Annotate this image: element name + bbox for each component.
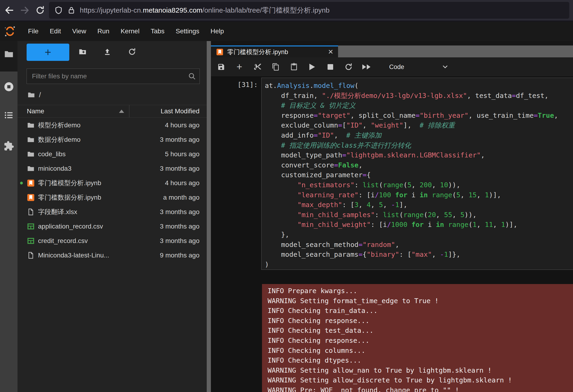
file-row[interactable]: 字段翻译.xlsx 3 months ago (18, 205, 207, 219)
folder-icon (27, 121, 35, 129)
file-browser-icon[interactable] (4, 49, 14, 59)
jupyter-logo (4, 25, 16, 37)
menu-run[interactable]: Run (92, 28, 115, 35)
close-icon[interactable]: ✕ (328, 48, 333, 56)
dock-top-strip (211, 41, 573, 46)
home-folder-icon[interactable] (27, 91, 35, 99)
tab-notebook[interactable]: 零门槛模型分析.ipynb ✕ (211, 46, 338, 57)
browser-chrome: https://jupyterlab-cn.metanoia8295.com/o… (0, 0, 573, 21)
file-modified: a month ago (163, 194, 199, 201)
copy-cells-button[interactable] (271, 63, 280, 71)
kernel-status-dot (20, 211, 23, 213)
browser-back-button[interactable] (3, 4, 15, 16)
kernel-running-dot (20, 182, 23, 185)
new-launcher-button[interactable]: + (27, 44, 69, 61)
file-modified: 4 hours ago (165, 121, 199, 129)
folder-icon (27, 150, 35, 158)
file-list: 模型分析demo 4 hours ago 数据分析demo 3 months a… (18, 118, 207, 263)
menu-file[interactable]: File (22, 28, 44, 35)
notebook-toolbar: + Code (211, 57, 573, 77)
notebook-icon (216, 48, 224, 56)
breadcrumb[interactable]: / (27, 91, 41, 99)
kernel-status-dot (20, 225, 23, 228)
file-modified: 5 hours ago (165, 150, 199, 158)
refresh-files-icon[interactable] (128, 48, 136, 56)
file-row[interactable]: 零门槛模型分析.ipynb 4 hours ago (18, 176, 207, 190)
menu-edit[interactable]: Edit (44, 28, 67, 35)
file-row[interactable]: code_libs 5 hours ago (18, 147, 207, 161)
notebook-icon (27, 179, 35, 187)
file-row[interactable]: miniconda3 3 months ago (18, 161, 207, 176)
file-modified: 3 months ago (160, 237, 199, 245)
file-filter (27, 68, 200, 84)
chevron-down-icon[interactable] (442, 63, 449, 70)
lock-icon[interactable] (67, 6, 76, 15)
restart-run-all-button[interactable] (362, 63, 371, 71)
file-modified: 3 months ago (160, 136, 199, 143)
breadcrumb-root[interactable]: / (39, 91, 41, 99)
menu-tabs[interactable]: Tabs (145, 28, 170, 35)
tab-title: 零门槛模型分析.ipynb (227, 48, 288, 56)
file-modified: 4 hours ago (165, 179, 199, 187)
browser-forward-button[interactable] (19, 4, 31, 16)
column-divider (129, 105, 129, 117)
kernel-status-dot (20, 196, 23, 199)
filter-files-input[interactable] (27, 68, 200, 84)
menu-view[interactable]: View (67, 28, 92, 35)
interrupt-kernel-button[interactable] (326, 63, 335, 71)
file-row[interactable]: application_record.csv 3 months ago (18, 219, 207, 234)
url-text: https://jupyterlab-cn.metanoia8295.com/o… (80, 6, 330, 15)
menu-help[interactable]: Help (205, 28, 230, 35)
file-name: 模型分析demo (38, 121, 80, 130)
activity-bar (0, 41, 18, 392)
kernel-status-dot (20, 239, 23, 242)
sort-ascending-icon[interactable] (119, 110, 124, 113)
file-row[interactable]: Miniconda3-latest-Linu... 9 months ago (18, 248, 207, 263)
tab-bar: 零门槛模型分析.ipynb ✕ (211, 46, 573, 57)
code-cell-editor[interactable]: at.Analysis.model_flow( df_train, "./模型分… (261, 78, 573, 270)
kernel-status-dot (20, 124, 23, 127)
file-name: credit_record.csv (38, 237, 88, 245)
new-folder-icon[interactable] (78, 48, 87, 56)
kernel-status-dot (20, 153, 23, 155)
running-kernels-icon[interactable] (3, 81, 15, 92)
file-name: application_record.csv (38, 223, 103, 230)
file-name: 零门槛数据分析.ipynb (38, 193, 101, 202)
notebook-content: [31]: at.Analysis.model_flow( df_train, … (211, 77, 573, 392)
search-icon (188, 72, 196, 80)
screen: https://jupyterlab-cn.metanoia8295.com/o… (0, 0, 573, 392)
file-modified: 3 months ago (160, 223, 199, 230)
cell-execution-prompt: [31]: (211, 81, 258, 89)
kernel-status-dot (20, 138, 23, 141)
cell-output-log[interactable]: INFO Prepare kwargs...WARNING Setting fo… (262, 284, 573, 392)
column-name[interactable]: Name (27, 107, 44, 115)
file-icon (27, 208, 35, 216)
panel-resize-handle[interactable] (207, 41, 211, 392)
file-row[interactable]: 零门槛数据分析.ipynb a month ago (18, 190, 207, 205)
column-last-modified[interactable]: Last Modified (161, 107, 199, 115)
extension-manager-icon[interactable] (3, 141, 14, 151)
main-dock-panel: 零门槛模型分析.ipynb ✕ + Code [31]: at.Analys (211, 41, 573, 392)
menu-settings[interactable]: Settings (170, 28, 205, 35)
file-modified: 3 months ago (160, 208, 199, 216)
insert-cell-button[interactable]: + (235, 63, 244, 71)
save-button[interactable] (217, 63, 225, 71)
url-bar[interactable]: https://jupyterlab-cn.metanoia8295.com/o… (49, 2, 569, 19)
upload-icon[interactable] (103, 48, 111, 56)
file-name: 数据分析demo (38, 135, 80, 144)
table-of-contents-icon[interactable] (4, 110, 14, 120)
browser-refresh-button[interactable] (34, 4, 46, 16)
cell-type-select[interactable]: Code (389, 63, 404, 71)
menu-kernel[interactable]: Kernel (115, 28, 145, 35)
cut-cells-button[interactable] (253, 63, 262, 71)
file-row[interactable]: 数据分析demo 3 months ago (18, 133, 207, 147)
file-row[interactable]: credit_record.csv 3 months ago (18, 234, 207, 248)
shield-icon[interactable] (54, 6, 63, 15)
run-cell-button[interactable] (308, 63, 316, 71)
file-icon (27, 251, 35, 259)
file-modified: 3 months ago (160, 165, 199, 172)
file-list-header: Name Last Modified (18, 105, 207, 118)
paste-cells-button[interactable] (290, 63, 298, 71)
file-row[interactable]: 模型分析demo 4 hours ago (18, 118, 207, 133)
restart-kernel-button[interactable] (344, 63, 353, 71)
